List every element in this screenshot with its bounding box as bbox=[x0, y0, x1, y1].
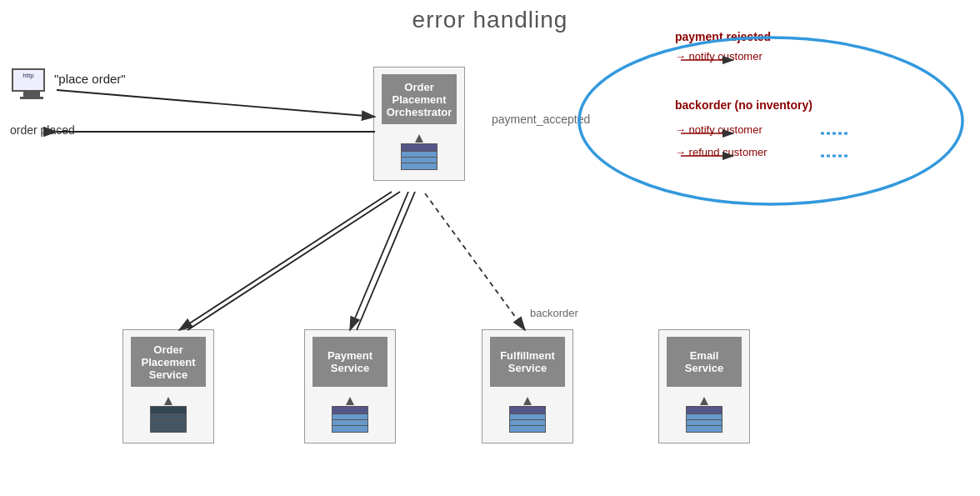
svg-line-9 bbox=[357, 192, 415, 330]
fulfillment-service-box: Fulfillment Service bbox=[482, 329, 573, 443]
email-service-box: Email Service bbox=[658, 329, 750, 443]
fulfillment-db-icon bbox=[509, 397, 546, 433]
computer-icon: http bbox=[12, 68, 52, 102]
fulfillment-label: Fulfillment Service bbox=[497, 349, 558, 374]
refund-customer-label: → refund customer bbox=[675, 146, 768, 158]
page-title: error handling bbox=[0, 0, 980, 33]
order-placement-db-icon bbox=[150, 397, 187, 433]
order-placed-label: order placed bbox=[10, 123, 75, 137]
orchestrator-db-icon bbox=[401, 134, 438, 170]
svg-line-4 bbox=[57, 90, 375, 117]
svg-line-8 bbox=[350, 192, 408, 330]
email-label: Email Service bbox=[673, 349, 735, 374]
order-placement-service-box: Order Placement Service bbox=[122, 329, 214, 443]
orchestrator-label: Order Placement Orchestrator bbox=[387, 81, 452, 118]
svg-point-3 bbox=[579, 38, 962, 204]
notify-customer-1-label: → notify customer bbox=[675, 50, 762, 63]
payment-accepted-label: payment_accepted bbox=[492, 113, 590, 126]
payment-service-box: Payment Service bbox=[304, 329, 396, 443]
order-placement-label: Order Placement Service bbox=[138, 343, 199, 381]
svg-line-7 bbox=[188, 192, 400, 330]
svg-line-6 bbox=[179, 192, 392, 330]
backorder-label: backorder bbox=[530, 307, 578, 319]
place-order-label: "place order" bbox=[54, 72, 126, 86]
svg-line-10 bbox=[425, 193, 525, 330]
backorder-no-inventory-label: backorder (no inventory) bbox=[675, 98, 812, 112]
payment-label: Payment Service bbox=[319, 349, 381, 374]
payment-db-icon bbox=[332, 397, 368, 433]
payment-rejected-label: payment rejected bbox=[675, 30, 771, 43]
orchestrator-box: Order Placement Orchestrator bbox=[373, 67, 465, 181]
notify-customer-2-label: → notify customer bbox=[675, 123, 762, 136]
email-db-icon bbox=[686, 397, 722, 433]
